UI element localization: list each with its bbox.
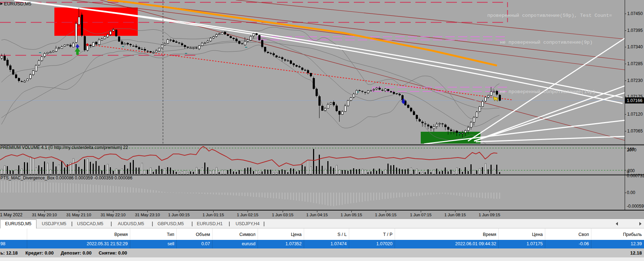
svg-text:EURUSD,M5: EURUSD,M5 xyxy=(4,1,31,6)
svg-text:160: 160 xyxy=(627,147,634,152)
svg-text:31 May 21:10: 31 May 21:10 xyxy=(66,213,91,217)
svg-text:1.07395: 1.07395 xyxy=(627,28,643,33)
svg-text:1.07120: 1.07120 xyxy=(627,112,643,117)
svg-text:31 May 23:10: 31 May 23:10 xyxy=(135,213,160,217)
svg-text:проверенный сопротивление(59р): проверенный сопротивление(59р), Test Cou… xyxy=(487,13,612,18)
svg-text:1.07230: 1.07230 xyxy=(627,78,643,83)
svg-text:1 Jun 03:15: 1 Jun 03:15 xyxy=(272,213,293,217)
svg-text:1 Jun 04:15: 1 Jun 04:15 xyxy=(306,213,328,217)
svg-text:PREMIUM VOLUME 4.1 (© http://m: PREMIUM VOLUME 4.1 (© http://my.clusterd… xyxy=(0,145,128,150)
svg-text:1.07450: 1.07450 xyxy=(627,11,643,16)
svg-text:1 Jun 06:15: 1 Jun 06:15 xyxy=(375,213,396,217)
svg-text:PTS_MAC_Divergence_Box 0.00008: PTS_MAC_Divergence_Box 0.000086 0.000359… xyxy=(0,175,132,180)
svg-text:0.00: 0.00 xyxy=(627,190,635,195)
svg-text:1 Jun 02:15: 1 Jun 02:15 xyxy=(237,213,258,217)
svg-text:0.000732: 0.000732 xyxy=(627,173,644,178)
svg-text:31 May 20:10: 31 May 20:10 xyxy=(32,213,57,217)
svg-text:1.07340: 1.07340 xyxy=(627,44,643,49)
svg-text:1 Jun 09:15: 1 Jun 09:15 xyxy=(479,213,500,217)
svg-text:не проверенный сопротивление(9: не проверенный сопротивление(9р) xyxy=(500,40,592,45)
svg-text:-0.000597: -0.000597 xyxy=(627,204,644,209)
svg-text:31 May 22:10: 31 May 22:10 xyxy=(101,213,126,217)
svg-text:1.07166: 1.07166 xyxy=(627,98,643,103)
svg-text:1 May 2022: 1 May 2022 xyxy=(0,212,23,217)
svg-text:1 Jun 07:15: 1 Jun 07:15 xyxy=(410,213,431,217)
svg-text:1.07065: 1.07065 xyxy=(627,129,643,134)
svg-text:1 Jun 00:15: 1 Jun 00:15 xyxy=(168,213,190,217)
svg-text:1 Jun 01:15: 1 Jun 01:15 xyxy=(203,213,224,217)
svg-text:не проверенный сопротивление(1: не проверенный сопротивление(14р) xyxy=(500,89,595,95)
svg-text:1 Jun 05:15: 1 Jun 05:15 xyxy=(341,213,362,217)
svg-text:1.07285: 1.07285 xyxy=(627,61,643,66)
svg-text:1 Jun 08:15: 1 Jun 08:15 xyxy=(444,213,466,217)
